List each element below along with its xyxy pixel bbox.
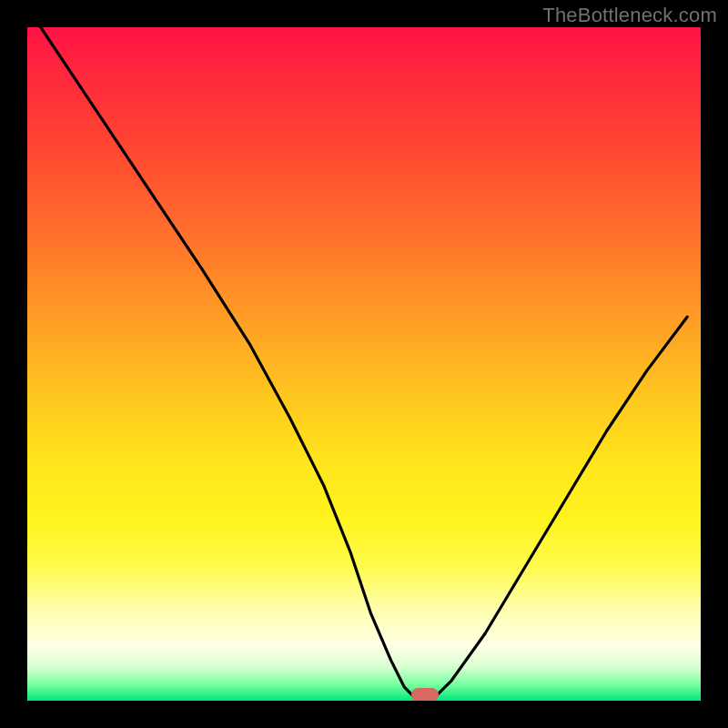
optimum-marker xyxy=(411,688,439,701)
curve-layer xyxy=(27,27,701,701)
watermark-text: TheBottleneck.com xyxy=(542,4,717,27)
bottleneck-curve xyxy=(41,27,687,701)
chart-frame: TheBottleneck.com xyxy=(0,0,728,728)
plot-area xyxy=(27,27,701,701)
